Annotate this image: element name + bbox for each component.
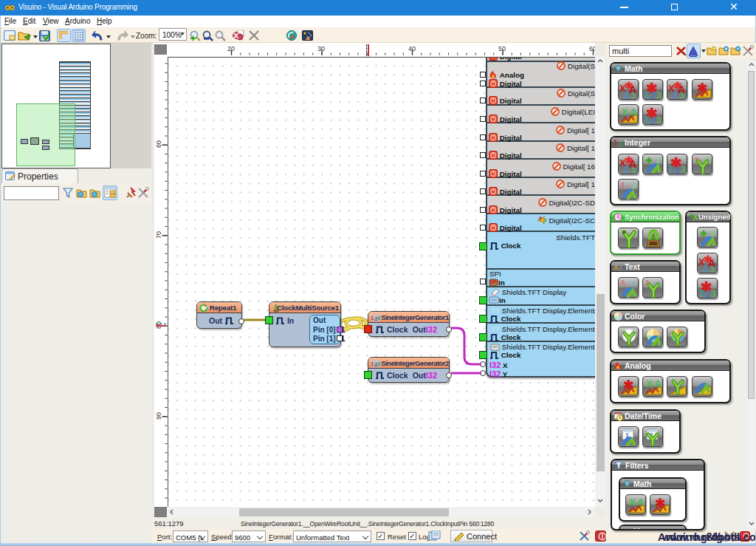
svg-text:a: a bbox=[619, 264, 623, 271]
svg-text:23: 23 bbox=[618, 140, 623, 147]
svg-text:SPI: SPI bbox=[489, 279, 498, 284]
svg-text:A: A bbox=[614, 264, 619, 271]
